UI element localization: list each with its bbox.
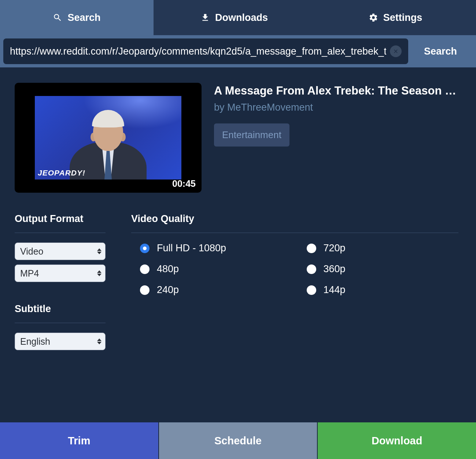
category-chip[interactable]: Entertainment (214, 123, 289, 147)
video-quality-label: Video Quality (131, 213, 458, 233)
schedule-button[interactable]: Schedule (159, 422, 317, 459)
format-select[interactable]: Video (15, 243, 106, 260)
quality-480p[interactable]: 480p (140, 263, 292, 275)
video-meta: A Message From Alex Trebek: The Season o… (214, 83, 458, 193)
author-name: MeThreeMovement (227, 102, 313, 113)
tab-search[interactable]: Search (0, 0, 154, 35)
options-area: Output Format Video MP4 Subtitle English… (15, 213, 458, 355)
subtitle-select[interactable]: English (15, 333, 106, 350)
select-arrows-icon (97, 338, 102, 344)
select-arrows-icon (97, 248, 102, 254)
quality-720p[interactable]: 720p (307, 243, 459, 254)
quality-480p-label: 480p (157, 263, 179, 275)
search-icon (53, 13, 62, 22)
quality-options: Full HD - 1080p 720p 480p 360p 240p (131, 243, 458, 296)
container-select[interactable]: MP4 (15, 264, 106, 282)
gear-icon (369, 13, 378, 22)
download-icon (200, 13, 210, 22)
trim-button[interactable]: Trim (0, 422, 158, 459)
select-arrows-icon (97, 270, 102, 276)
video-title: A Message From Alex Trebek: The Season o… (214, 84, 458, 97)
search-bar: Search (0, 35, 476, 67)
clear-input-button[interactable] (390, 45, 402, 57)
tab-downloads[interactable]: Downloads (154, 0, 315, 35)
download-button[interactable]: Download (318, 422, 476, 459)
video-author: by MeThreeMovement (214, 102, 458, 113)
tab-search-label: Search (67, 12, 100, 23)
video-duration: 00:45 (172, 178, 196, 189)
search-button[interactable]: Search (408, 38, 473, 64)
radio-icon (307, 264, 316, 274)
video-thumbnail[interactable]: JEOPARDY! 00:45 (15, 83, 202, 193)
tab-settings-label: Settings (383, 12, 423, 23)
radio-icon (307, 285, 316, 295)
radio-icon (140, 285, 150, 295)
quality-240p-label: 240p (157, 284, 179, 296)
output-format-column: Output Format Video MP4 Subtitle English (15, 213, 106, 355)
radio-icon (140, 244, 150, 253)
top-tabs: Search Downloads Settings (0, 0, 476, 35)
quality-360p-label: 360p (324, 263, 346, 275)
quality-720p-label: 720p (324, 243, 346, 254)
quality-1080p[interactable]: Full HD - 1080p (140, 243, 292, 254)
url-input[interactable] (10, 46, 386, 57)
main-content: JEOPARDY! 00:45 A Message From Alex Treb… (0, 67, 476, 422)
tab-downloads-label: Downloads (215, 12, 268, 23)
radio-icon (140, 264, 150, 274)
subtitle-label: Subtitle (15, 303, 106, 323)
container-select-value: MP4 (20, 268, 39, 279)
video-info-row: JEOPARDY! 00:45 A Message From Alex Treb… (15, 83, 458, 193)
author-prefix: by (214, 102, 227, 113)
quality-144p[interactable]: 144p (307, 284, 459, 296)
quality-360p[interactable]: 360p (307, 263, 459, 275)
url-input-wrap (3, 38, 408, 64)
format-select-value: Video (20, 246, 44, 257)
close-icon (393, 48, 399, 54)
quality-1080p-label: Full HD - 1080p (157, 243, 226, 254)
subtitle-select-value: English (20, 336, 50, 347)
tab-settings[interactable]: Settings (315, 0, 476, 35)
radio-icon (307, 244, 316, 253)
footer-actions: Trim Schedule Download (0, 422, 476, 459)
output-format-label: Output Format (15, 213, 106, 233)
quality-240p[interactable]: 240p (140, 284, 292, 296)
video-quality-column: Video Quality Full HD - 1080p 720p 480p … (131, 213, 458, 355)
show-watermark: JEOPARDY! (38, 169, 85, 177)
thumbnail-image: JEOPARDY! (35, 96, 181, 179)
quality-144p-label: 144p (324, 284, 346, 296)
